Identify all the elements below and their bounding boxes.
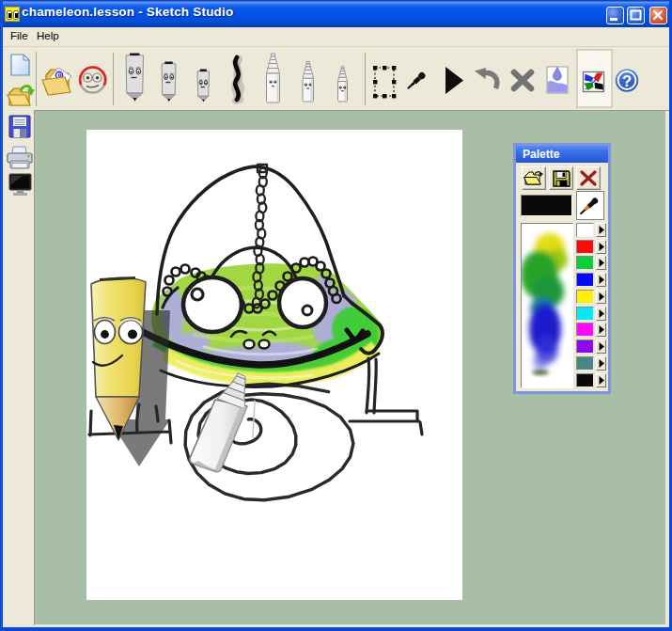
svg-text:?: ? xyxy=(622,72,632,89)
